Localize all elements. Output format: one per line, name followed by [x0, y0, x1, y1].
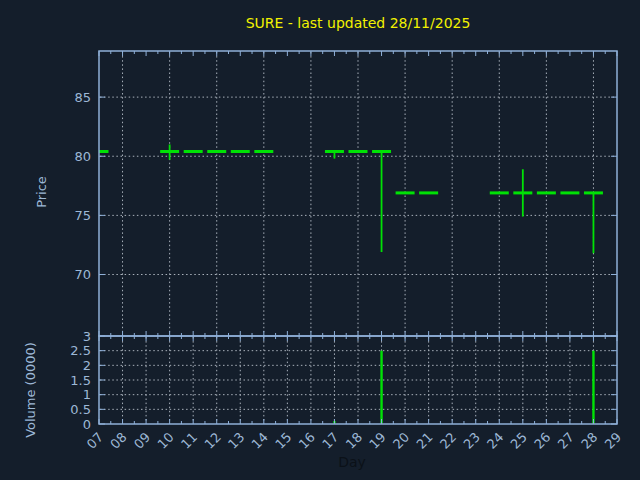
- x-tick-label-group: 10: [154, 430, 176, 452]
- x-tick-label: 08: [107, 430, 129, 452]
- volume-y-tick-label: 0.5: [70, 402, 91, 417]
- x-tick-label: 11: [178, 430, 200, 452]
- volume-series: [334, 351, 593, 424]
- chart-title: SURE - last updated 28/11/2025: [246, 15, 471, 31]
- grid-layer: [100, 52, 616, 423]
- chart-window: SURE - last updated 28/11/2025 Price Vol…: [0, 0, 640, 480]
- x-tick-label: 16: [296, 430, 318, 452]
- x-tick-label-group: 08: [107, 430, 129, 452]
- x-tick-label: 15: [272, 430, 294, 452]
- price-axis-title: Price: [34, 176, 49, 208]
- price-y-tick-label: 75: [74, 208, 91, 223]
- x-tick-label: 21: [413, 430, 435, 452]
- x-tick-label-group: 16: [296, 430, 318, 452]
- x-tick-label: 19: [366, 430, 388, 452]
- x-tick-label: 10: [154, 430, 176, 452]
- x-tick-label-group: 23: [461, 430, 483, 452]
- x-tick-label-group: 09: [131, 430, 153, 452]
- volume-y-tick-label: 0: [83, 417, 91, 432]
- x-tick-label-group: 20: [390, 430, 412, 452]
- x-tick-label: 22: [437, 430, 459, 452]
- x-tick-label-group: 21: [413, 430, 435, 452]
- x-tick-label-group: 13: [225, 430, 247, 452]
- x-tick-label: 26: [531, 430, 553, 452]
- x-tick-label-group: 11: [178, 430, 200, 452]
- volume-axis-title: Volume (0000): [23, 342, 38, 438]
- marks-layer: [90, 144, 603, 423]
- x-tick-label: 25: [508, 430, 530, 452]
- x-tick-label: 27: [555, 430, 577, 452]
- x-tick-label-group: 17: [319, 430, 341, 452]
- stock-chart: SURE - last updated 28/11/2025 Price Vol…: [0, 0, 640, 480]
- volume-y-tick-label: 2: [83, 358, 91, 373]
- x-tick-label: 23: [461, 430, 483, 452]
- x-tick-label-group: 28: [578, 430, 600, 452]
- x-tick-label-group: 24: [484, 430, 506, 452]
- x-tick-label-group: 14: [249, 430, 271, 452]
- price-y-tick-label: 80: [74, 149, 91, 164]
- volume-y-tick-label: 3: [83, 329, 91, 344]
- x-tick-label-group: 22: [437, 430, 459, 452]
- day-axis-title: Day: [338, 454, 366, 470]
- volume-y-tick-label: 1: [83, 387, 91, 402]
- x-tick-label: 13: [225, 430, 247, 452]
- x-tick-label: 29: [602, 430, 624, 452]
- volume-y-tick-label: 1.5: [70, 373, 91, 388]
- price-y-tick-label: 70: [74, 267, 91, 282]
- x-tick-label-group: 12: [202, 430, 224, 452]
- x-tick-label-group: 27: [555, 430, 577, 452]
- x-tick-label-group: 07: [84, 430, 106, 452]
- x-tick-label-group: 15: [272, 430, 294, 452]
- x-tick-label: 12: [202, 430, 224, 452]
- x-tick-label-group: 18: [343, 430, 365, 452]
- x-tick-label: 28: [578, 430, 600, 452]
- x-tick-label: 14: [249, 430, 271, 452]
- x-tick-label: 09: [131, 430, 153, 452]
- x-tick-label: 18: [343, 430, 365, 452]
- labels-layer: 7075808500.511.522.530708091011121314151…: [70, 90, 624, 452]
- x-tick-label-group: 25: [508, 430, 530, 452]
- price-y-tick-label: 85: [74, 90, 91, 105]
- x-tick-label: 07: [84, 430, 106, 452]
- x-tick-label: 20: [390, 430, 412, 452]
- volume-y-tick-label: 2.5: [70, 343, 91, 358]
- x-tick-label-group: 29: [602, 430, 624, 452]
- x-tick-label: 24: [484, 430, 506, 452]
- price-series: [90, 144, 603, 253]
- x-tick-label: 17: [319, 430, 341, 452]
- x-tick-label-group: 26: [531, 430, 553, 452]
- x-tick-label-group: 19: [366, 430, 388, 452]
